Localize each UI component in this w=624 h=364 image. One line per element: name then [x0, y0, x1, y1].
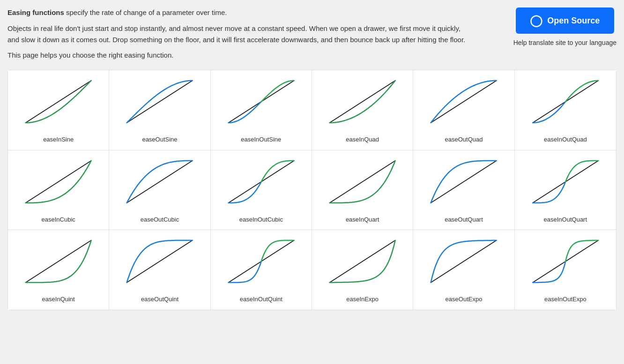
curve-easeInOutExpo [519, 236, 612, 292]
open-source-label: Open Source [547, 16, 600, 26]
curve-easeInSine [12, 76, 105, 132]
curve-svg [12, 156, 105, 212]
grid-cell-easeInOutQuart[interactable]: easeInOutQuart [515, 150, 616, 230]
curve-easeInQuart [316, 156, 409, 212]
translate-text[interactable]: Help translate site to your language [513, 38, 617, 48]
grid-cell-easeOutSine[interactable]: easeOutSine [109, 70, 210, 150]
open-source-button[interactable]: ◯ Open Source [516, 7, 614, 34]
curve-easeInOutQuart [519, 156, 612, 212]
curve-svg [316, 76, 409, 132]
easing-grid: easeInSine easeOutSine easeInOutSine eas… [7, 70, 617, 310]
header-description: Objects in real life don't just start an… [7, 23, 467, 45]
curve-label: easeInOutExpo [544, 295, 587, 304]
curve-label: easeInCubic [42, 215, 75, 224]
curve-svg [417, 156, 510, 212]
curve-label: easeInExpo [346, 295, 379, 304]
page-wrapper: Easing functions specify the rate of cha… [0, 0, 624, 318]
curve-svg [113, 156, 206, 212]
grid-cell-easeOutExpo[interactable]: easeOutExpo [413, 230, 514, 310]
grid-cell-easeOutCubic[interactable]: easeOutCubic [109, 150, 210, 230]
curve-easeOutQuint [113, 236, 206, 292]
curve-svg [519, 76, 612, 132]
grid-cell-easeOutQuint[interactable]: easeOutQuint [109, 230, 210, 310]
curve-label: easeOutQuad [445, 135, 483, 144]
curve-label: easeOutQuint [141, 295, 178, 304]
curve-svg [12, 76, 105, 132]
grid-cell-easeInOutQuint[interactable]: easeInOutQuint [211, 230, 312, 310]
curve-easeOutSine [113, 76, 206, 132]
curve-label: easeOutCubic [141, 215, 179, 224]
grid-cell-easeInOutCubic[interactable]: easeInOutCubic [211, 150, 312, 230]
curve-label: easeOutExpo [446, 295, 483, 304]
grid-row-0: easeInSine easeOutSine easeInOutSine eas… [8, 70, 616, 150]
header-helper: This page helps you choose the right eas… [7, 50, 467, 61]
grid-cell-easeInExpo[interactable]: easeInExpo [312, 230, 413, 310]
curve-label: easeInOutQuint [240, 295, 282, 304]
curve-svg [113, 236, 206, 292]
curve-easeOutQuart [417, 156, 510, 212]
github-icon: ◯ [530, 14, 542, 27]
curve-easeInOutQuad [519, 76, 612, 132]
curve-easeOutExpo [417, 236, 510, 292]
curve-label: easeInOutQuad [544, 135, 587, 144]
curve-svg [316, 236, 409, 292]
grid-cell-easeInOutExpo[interactable]: easeInOutExpo [515, 230, 616, 310]
curve-easeInExpo [316, 236, 409, 292]
curve-svg [215, 76, 308, 132]
grid-row-2: easeInQuint easeOutQuint easeInOutQuint … [8, 230, 616, 310]
header-text: Easing functions specify the rate of cha… [7, 7, 467, 60]
grid-cell-easeInSine[interactable]: easeInSine [8, 70, 109, 150]
curve-label: easeOutSine [142, 135, 177, 144]
header-title: Easing functions specify the rate of cha… [7, 7, 467, 18]
curve-easeInOutSine [215, 76, 308, 132]
grid-row-1: easeInCubic easeOutCubic easeInOutCubic … [8, 150, 616, 230]
curve-svg [215, 236, 308, 292]
curve-easeInQuad [316, 76, 409, 132]
curve-svg [417, 236, 510, 292]
header-title-bold: Easing functions [7, 8, 64, 16]
grid-cell-easeOutQuart[interactable]: easeOutQuart [413, 150, 514, 230]
curve-label: easeInSine [43, 135, 74, 144]
curve-label: easeInOutSine [241, 135, 281, 144]
curve-svg [12, 236, 105, 292]
curve-label: easeOutQuart [445, 215, 483, 224]
curve-easeInQuint [12, 236, 105, 292]
curve-easeInCubic [12, 156, 105, 212]
curve-easeInOutCubic [215, 156, 308, 212]
header-title-rest: specify the rate of change of a paramete… [66, 8, 227, 16]
curve-svg [316, 156, 409, 212]
curve-svg [417, 76, 510, 132]
curve-svg [215, 156, 308, 212]
header-section: Easing functions specify the rate of cha… [7, 7, 617, 60]
grid-cell-easeInCubic[interactable]: easeInCubic [8, 150, 109, 230]
grid-cell-easeInQuad[interactable]: easeInQuad [312, 70, 413, 150]
curve-svg [113, 76, 206, 132]
grid-cell-easeInQuint[interactable]: easeInQuint [8, 230, 109, 310]
grid-cell-easeOutQuad[interactable]: easeOutQuad [413, 70, 514, 150]
curve-label: easeInOutQuart [544, 215, 587, 224]
grid-cell-easeInQuart[interactable]: easeInQuart [312, 150, 413, 230]
curve-label: easeInQuint [42, 295, 75, 304]
curve-easeInOutQuint [215, 236, 308, 292]
curve-label: easeInQuad [346, 135, 379, 144]
grid-cell-easeInOutQuad[interactable]: easeInOutQuad [515, 70, 616, 150]
curve-svg [519, 156, 612, 212]
grid-cell-easeInOutSine[interactable]: easeInOutSine [211, 70, 312, 150]
curve-label: easeInQuart [346, 215, 379, 224]
curve-svg [519, 236, 612, 292]
curve-easeOutQuad [417, 76, 510, 132]
curve-easeOutCubic [113, 156, 206, 212]
curve-label: easeInOutCubic [239, 215, 283, 224]
sidebar-actions: ◯ Open Source Help translate site to you… [513, 7, 617, 48]
